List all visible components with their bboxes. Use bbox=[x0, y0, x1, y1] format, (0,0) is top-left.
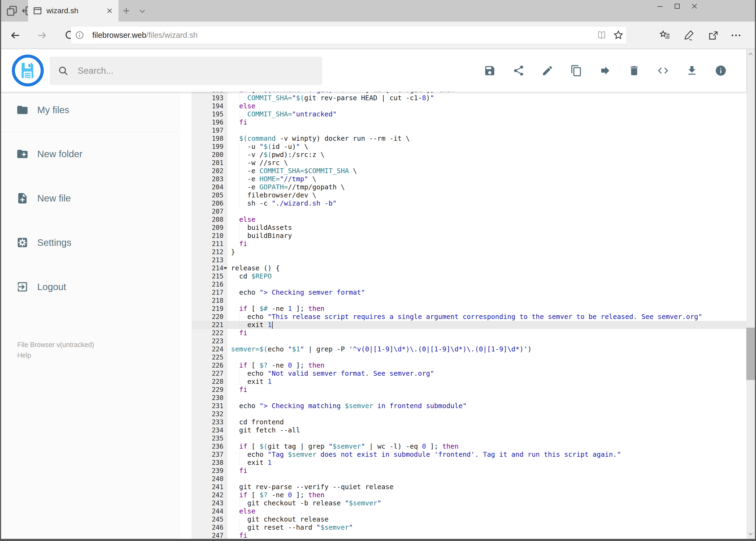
code-line[interactable]: 242 if [ $? -ne 0 ]; then bbox=[192, 491, 746, 499]
code-line[interactable]: 226 if [ $? -ne 0 ]; then bbox=[192, 361, 746, 369]
tab-preview-icon[interactable] bbox=[6, 5, 18, 17]
minimize-button[interactable] bbox=[656, 2, 664, 10]
copy-button[interactable] bbox=[570, 65, 583, 77]
code-line[interactable]: 211 fi bbox=[192, 240, 746, 248]
help-link[interactable]: Help bbox=[17, 350, 94, 360]
share-button[interactable] bbox=[513, 65, 525, 77]
code-line[interactable]: 194 else bbox=[192, 102, 746, 110]
code-line[interactable]: 221 exit 1 bbox=[192, 321, 746, 329]
code-line[interactable]: 204 -e GOPATH=//tmp/gopath \ bbox=[192, 183, 746, 191]
code-line[interactable]: 233 cd frontend bbox=[192, 418, 746, 426]
code-line[interactable]: 197 bbox=[192, 126, 746, 135]
code-line[interactable]: 238 exit 1 bbox=[192, 459, 746, 467]
scrollbar-thumb[interactable] bbox=[746, 327, 755, 380]
code-line[interactable]: 227 echo "Not valid semver format. See s… bbox=[192, 369, 746, 377]
reading-view-icon[interactable] bbox=[596, 30, 607, 41]
web-notes-pen-icon[interactable] bbox=[683, 30, 695, 41]
code-line[interactable]: 214release () { bbox=[192, 264, 746, 272]
code-line[interactable]: 246 git reset --hard "$semver" bbox=[192, 523, 746, 532]
code-line[interactable]: 201 -w //src \ bbox=[192, 159, 746, 167]
code-line[interactable]: 235 bbox=[192, 434, 746, 442]
site-info-icon[interactable] bbox=[75, 30, 85, 40]
favorite-star-icon[interactable] bbox=[613, 30, 624, 41]
tab-close-icon[interactable] bbox=[106, 7, 114, 15]
code-line[interactable]: 217 echo "> Checking semver format" bbox=[192, 288, 746, 296]
delete-button[interactable] bbox=[628, 65, 640, 77]
scroll-down-icon[interactable] bbox=[748, 531, 753, 537]
code-line[interactable]: 247 fi bbox=[192, 532, 746, 539]
code-line[interactable]: 232 bbox=[192, 410, 746, 418]
filebrowser-logo-icon[interactable] bbox=[11, 54, 44, 87]
sidebar-item-new-folder[interactable]: New folder bbox=[1, 143, 180, 165]
code-line[interactable]: 216 bbox=[192, 280, 746, 288]
code-line[interactable]: 243 git checkout -b release "$semver" bbox=[192, 499, 746, 507]
code-line[interactable]: 229 fi bbox=[192, 386, 746, 394]
search-box[interactable] bbox=[50, 57, 322, 85]
code-line[interactable]: 240 bbox=[192, 475, 746, 483]
maximize-button[interactable] bbox=[673, 2, 681, 10]
code-line[interactable]: 231 echo "> Checking matching $semver in… bbox=[192, 402, 746, 410]
code-line[interactable]: 199 -u "$(id -u)" \ bbox=[192, 143, 746, 151]
new-tab-button[interactable] bbox=[122, 6, 130, 15]
code-line[interactable]: 202 -e COMMIT_SHA=$COMMIT_SHA \ bbox=[192, 167, 746, 175]
sidebar-item-my-files[interactable]: My files bbox=[1, 99, 180, 121]
back-button[interactable] bbox=[10, 30, 21, 41]
code-line[interactable]: 198 $(command -v winpty) docker run --rm… bbox=[192, 135, 746, 143]
move-button[interactable] bbox=[599, 65, 611, 77]
forward-button[interactable] bbox=[36, 30, 48, 41]
more-menu-icon[interactable] bbox=[730, 30, 742, 41]
file-toolbar bbox=[484, 49, 727, 92]
code-line[interactable]: 206 sh -c "./wizard.sh -b" bbox=[192, 199, 746, 208]
code-line[interactable]: 228 exit 1 bbox=[192, 377, 746, 386]
save-button[interactable] bbox=[484, 65, 496, 77]
code-line[interactable]: 230 bbox=[192, 394, 746, 402]
code-line[interactable]: 207 bbox=[192, 208, 746, 216]
code-line[interactable]: 203 -e HOME="//tmp" \ bbox=[192, 175, 746, 183]
sidebar-item-settings[interactable]: Settings bbox=[1, 232, 180, 254]
code-line[interactable]: 220 echo "This release script requires a… bbox=[192, 313, 746, 321]
url-bar[interactable]: filebrowser.web/files/wizard.sh bbox=[71, 26, 627, 44]
code-line[interactable]: 212} bbox=[192, 248, 746, 256]
code-line[interactable]: 234 git fetch --all bbox=[192, 426, 746, 434]
code-line[interactable]: 218 bbox=[192, 296, 746, 305]
code-line[interactable]: 219 if [ $# -ne 1 ]; then bbox=[192, 305, 746, 313]
code-line[interactable]: 213 bbox=[192, 256, 746, 264]
vertical-scrollbar[interactable] bbox=[746, 49, 755, 539]
scroll-up-icon[interactable] bbox=[748, 51, 753, 57]
code-line[interactable]: 239 fi bbox=[192, 467, 746, 475]
rename-button[interactable] bbox=[541, 65, 554, 77]
code-line[interactable]: 225 bbox=[192, 353, 746, 361]
code-line[interactable]: 244 else bbox=[192, 507, 746, 515]
info-button[interactable] bbox=[715, 65, 727, 77]
line-number: 218 bbox=[192, 296, 227, 305]
sidebar-item-new-file[interactable]: New file bbox=[1, 187, 180, 209]
code-line[interactable]: 208 else bbox=[192, 216, 746, 224]
code-line[interactable]: 210 buildBinary bbox=[192, 232, 746, 240]
code-line[interactable]: 222 fi bbox=[192, 329, 746, 337]
code-line[interactable]: 245 git checkout release bbox=[192, 515, 746, 523]
code-line[interactable]: 192 if [ "$(command -v git)" != "" ] && … bbox=[192, 92, 746, 94]
code-line[interactable]: 223 bbox=[192, 337, 746, 345]
code-line[interactable]: 237 echo "Tag $semver does not exist in … bbox=[192, 450, 746, 459]
code-editor[interactable]: 192 if [ "$(command -v git)" != "" ] && … bbox=[180, 92, 746, 539]
hub-favorites-icon[interactable] bbox=[659, 30, 670, 41]
browser-tab[interactable]: wizard.sh bbox=[28, 0, 119, 22]
share-page-icon[interactable] bbox=[708, 30, 719, 41]
fold-arrow-icon[interactable] bbox=[223, 267, 227, 270]
download-button[interactable] bbox=[686, 65, 698, 77]
search-input[interactable] bbox=[78, 66, 314, 76]
sidebar-item-logout[interactable]: Logout bbox=[1, 276, 180, 298]
code-line[interactable]: 241 git rev-parse --verify --quiet relea… bbox=[192, 483, 746, 491]
code-line[interactable]: 193 COMMIT_SHA="$(git rev-parse HEAD | c… bbox=[192, 94, 746, 102]
code-line[interactable]: 205 filebrowser/dev \ bbox=[192, 191, 746, 199]
close-window-button[interactable] bbox=[691, 2, 698, 10]
raw-code-button[interactable] bbox=[657, 65, 669, 77]
code-line[interactable]: 224semver=$(echo "$1" | grep -P '^v(0|[1… bbox=[192, 345, 746, 353]
code-line[interactable]: 200 -v /$(pwd):/src:z \ bbox=[192, 151, 746, 159]
code-line[interactable]: 236 if [ $(git tag | grep "$semver" | wc… bbox=[192, 442, 746, 450]
code-line[interactable]: 215 cd $REPO bbox=[192, 272, 746, 280]
code-line[interactable]: 209 buildAssets bbox=[192, 224, 746, 232]
code-line[interactable]: 195 COMMIT_SHA="untracked" bbox=[192, 110, 746, 118]
code-line[interactable]: 196 fi bbox=[192, 118, 746, 126]
tab-list-chevron-icon[interactable] bbox=[138, 7, 146, 15]
